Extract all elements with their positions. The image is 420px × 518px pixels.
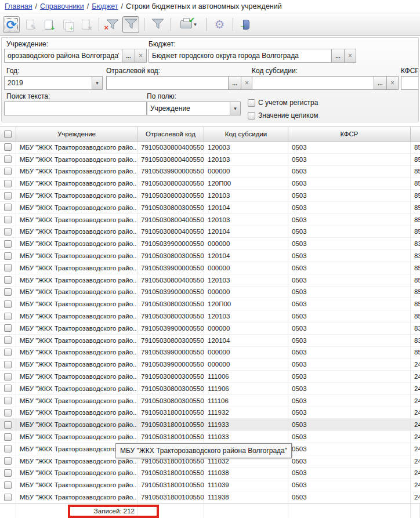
- otraslevoy-lookup-button[interactable]: ...: [229, 76, 241, 90]
- cell-kfsr: 0503: [288, 407, 411, 419]
- row-checkbox[interactable]: [4, 349, 12, 356]
- quick-filter-button[interactable]: [149, 16, 166, 33]
- table-row[interactable]: МБУ "ЖКХ Тракторозаводского райо... 7910…: [0, 431, 420, 443]
- column-header-org[interactable]: Учреждение: [16, 127, 137, 141]
- row-checkbox[interactable]: [4, 143, 12, 151]
- row-checkbox[interactable]: [4, 155, 12, 163]
- table-row[interactable]: МБУ "ЖКХ Тракторозаводского райо... 7910…: [0, 371, 420, 383]
- table-row[interactable]: МБУ "ЖКХ Тракторозаводского райо... 7910…: [0, 226, 420, 238]
- table-row[interactable]: МБУ "ЖКХ Тракторозаводского райо... 7910…: [0, 347, 420, 359]
- row-checkbox[interactable]: [4, 481, 12, 489]
- table-row[interactable]: МБУ "ЖКХ Тракторозаводского райо... 7910…: [0, 262, 420, 274]
- table-row[interactable]: МБУ "ЖКХ Тракторозаводского райо... 7910…: [0, 335, 420, 347]
- table-row[interactable]: МБУ "ЖКХ Тракторозаводского райо... 7910…: [0, 142, 420, 154]
- table-row[interactable]: МБУ "ЖКХ Тракторозаводского райо... 7910…: [0, 298, 420, 310]
- table-row[interactable]: МБУ "ЖКХ Тракторозаводского райо... 7910…: [0, 166, 420, 178]
- uchrezhdenie-input[interactable]: [4, 49, 122, 63]
- by-field-select[interactable]: Учреждение ▾: [147, 102, 241, 115]
- table-row[interactable]: МБУ "ЖКХ Тракторозаводского райо... 7910…: [0, 407, 420, 419]
- table-row[interactable]: МБУ "ЖКХ Тракторозаводского райо... 7910…: [0, 214, 420, 226]
- row-checkbox[interactable]: [4, 397, 12, 404]
- table-row[interactable]: МБУ "ЖКХ Тракторозаводского райо... 7910…: [0, 238, 420, 250]
- table-row[interactable]: МБУ "ЖКХ Тракторозаводского райо... 7910…: [0, 419, 420, 431]
- uchrezhdenie-lookup-button[interactable]: ...: [122, 49, 135, 63]
- row-checkbox[interactable]: [4, 264, 12, 271]
- table-footer: Записей: 212: [0, 503, 420, 518]
- subsidy-lookup-button[interactable]: ...: [374, 76, 387, 90]
- row-checkbox[interactable]: [4, 373, 12, 381]
- table-row[interactable]: МБУ "ЖКХ Тракторозаводского райо... 7910…: [0, 358, 420, 371]
- kfsr-input[interactable]: [401, 76, 419, 90]
- clear-filter-button[interactable]: ×: [104, 16, 121, 33]
- row-checkbox[interactable]: [4, 276, 12, 284]
- row-checkbox[interactable]: [4, 494, 12, 501]
- otraslevoy-clear-button[interactable]: ×: [241, 76, 253, 90]
- row-checkbox[interactable]: [4, 252, 12, 260]
- column-header-sub[interactable]: Код субсидии: [204, 127, 288, 141]
- breadcrumb-link-spravochniki[interactable]: Справочники: [40, 2, 84, 10]
- print-button[interactable]: ✔ ▾: [176, 16, 201, 33]
- chevron-down-icon[interactable]: ▾: [92, 77, 102, 89]
- table-row[interactable]: МБУ "ЖКХ Тракторозаводского райо... 7910…: [0, 468, 420, 480]
- table-row[interactable]: МБУ "ЖКХ Тракторозаводского райо... 7910…: [0, 383, 420, 395]
- year-select[interactable]: 2019 ▾: [4, 76, 103, 90]
- table-row[interactable]: МБУ "ЖКХ Тракторозаводского райо... 7910…: [0, 395, 420, 407]
- row-checkbox[interactable]: [4, 168, 12, 175]
- row-checkbox[interactable]: [4, 216, 12, 223]
- row-checkbox-cell: [0, 455, 16, 467]
- row-checkbox[interactable]: [4, 192, 12, 200]
- cell-code: 79105031800100550: [137, 491, 204, 503]
- otraslevoy-input[interactable]: [106, 76, 229, 90]
- row-checkbox[interactable]: [4, 313, 12, 320]
- subsidy-input[interactable]: [252, 76, 374, 90]
- select-all-checkbox[interactable]: [4, 131, 12, 138]
- row-checkbox[interactable]: [4, 240, 12, 248]
- breadcrumb-link-glavnaya[interactable]: Главная: [5, 2, 32, 10]
- row-checkbox[interactable]: [4, 445, 12, 452]
- row-checkbox[interactable]: [4, 228, 12, 236]
- table-row[interactable]: МБУ "ЖКХ Тракторозаводского райо... 7910…: [0, 479, 420, 491]
- column-header-extra[interactable]: [411, 127, 420, 141]
- filter-button[interactable]: [122, 16, 139, 33]
- case-sensitive-checkbox[interactable]: [248, 99, 255, 107]
- row-checkbox[interactable]: [4, 457, 12, 465]
- settings-button[interactable]: ⚙: [211, 16, 228, 33]
- table-row[interactable]: МБУ "ЖКХ Тракторозаводского райо... 7910…: [0, 202, 420, 214]
- budget-input[interactable]: [149, 49, 332, 63]
- table-row[interactable]: МБУ "ЖКХ Тракторозаводского райо... 7910…: [0, 178, 420, 190]
- refresh-button[interactable]: ⟳: [3, 16, 20, 33]
- row-checkbox[interactable]: [4, 409, 12, 416]
- table-row[interactable]: МБУ "ЖКХ Тракторозаводского райо... 7910…: [0, 250, 420, 262]
- whole-value-checkbox[interactable]: [248, 112, 255, 119]
- row-checkbox[interactable]: [4, 204, 12, 211]
- column-header-code[interactable]: Отраслевой код: [137, 127, 204, 141]
- row-checkbox[interactable]: [4, 324, 12, 332]
- budget-lookup-button[interactable]: ...: [332, 49, 345, 63]
- table-row[interactable]: МБУ "ЖКХ Тракторозаводского райо... 7910…: [0, 274, 420, 287]
- table-row[interactable]: МБУ "ЖКХ Тракторозаводского райо... 7910…: [0, 491, 420, 503]
- table-row[interactable]: МБУ "ЖКХ Тракторозаводского райо... 7910…: [0, 190, 420, 202]
- exit-button[interactable]: →: [238, 16, 255, 33]
- row-checkbox[interactable]: [4, 361, 12, 368]
- add-button[interactable]: +: [40, 16, 57, 33]
- subsidy-clear-button[interactable]: ×: [387, 76, 399, 90]
- row-checkbox[interactable]: [4, 433, 12, 441]
- column-header-kfsr[interactable]: КФСР: [288, 127, 411, 141]
- cell-code: 79105030800400550: [137, 274, 204, 286]
- chevron-down-icon[interactable]: ▾: [230, 102, 240, 115]
- table-row[interactable]: МБУ "ЖКХ Тракторозаводского райо... 7910…: [0, 154, 420, 166]
- table-row[interactable]: МБУ "ЖКХ Тракторозаводского райо... 7910…: [0, 310, 420, 323]
- budget-clear-button[interactable]: ×: [345, 49, 356, 63]
- row-checkbox[interactable]: [4, 385, 12, 392]
- row-checkbox[interactable]: [4, 300, 12, 308]
- table-row[interactable]: МБУ "ЖКХ Тракторозаводского райо... 7910…: [0, 287, 420, 299]
- uchrezhdenie-clear-button[interactable]: ×: [135, 49, 147, 63]
- row-checkbox[interactable]: [4, 421, 12, 429]
- breadcrumb-link-budget[interactable]: Бюджет: [92, 2, 118, 10]
- row-checkbox[interactable]: [4, 469, 12, 477]
- row-checkbox[interactable]: [4, 288, 12, 296]
- row-checkbox[interactable]: [4, 336, 12, 344]
- table-row[interactable]: МБУ "ЖКХ Тракторозаводского райо... 7910…: [0, 323, 420, 335]
- search-input[interactable]: [4, 102, 147, 115]
- row-checkbox[interactable]: [4, 180, 12, 187]
